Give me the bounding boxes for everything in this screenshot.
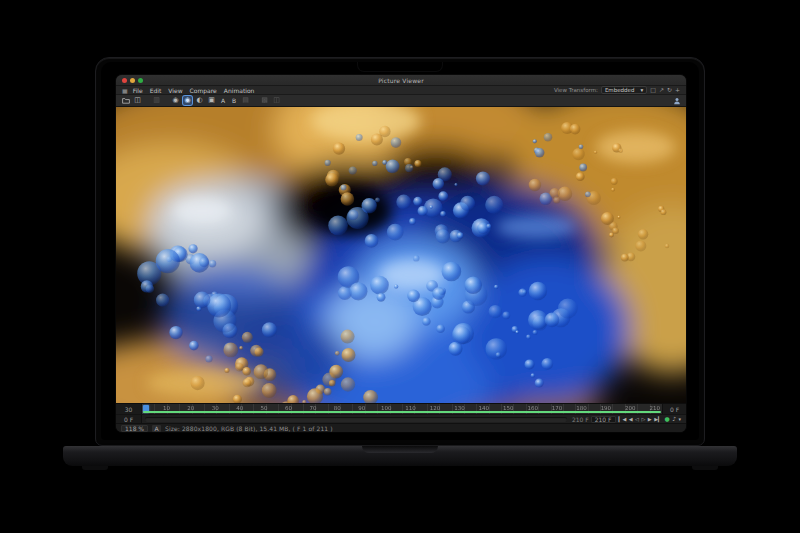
zoom-level-field[interactable]: 118 %	[121, 425, 148, 432]
step-forward-button[interactable]: ▶	[648, 417, 652, 422]
play-button[interactable]: ▷	[641, 417, 645, 422]
timeline-range-row: 0 F 210 F 210 F ▎◀ ◀ ◁ ▷ ▶ ▶▎ ● ♪ ▾	[116, 414, 686, 423]
menu-view[interactable]: View	[168, 87, 182, 94]
navigator-icon[interactable]: ◉	[171, 96, 180, 105]
menu-file[interactable]: File	[133, 87, 143, 94]
timeline-ruler[interactable]: 1020304050607080901001101201301401501601…	[142, 404, 662, 414]
camera-notch	[358, 62, 442, 71]
laptop-foot-left	[82, 466, 108, 470]
open-folder-icon[interactable]	[121, 96, 130, 105]
laptop-foot-right	[692, 466, 718, 470]
timeline-ruler-row: 30 1020304050607080901001101201301401501…	[116, 403, 686, 414]
go-to-end-button[interactable]: ▶▎	[654, 417, 662, 422]
view-transform-label: View Transform:	[554, 87, 598, 93]
compare-mode-icon[interactable]: ◉	[183, 96, 192, 105]
view-transform-value: Embedded	[605, 87, 635, 93]
minimize-button[interactable]	[130, 78, 135, 83]
playback-options-icon[interactable]: ▾	[678, 417, 681, 422]
cache-bar	[143, 411, 661, 413]
layout-grid-icon[interactable]: ▦	[122, 87, 128, 94]
transport-controls: ▎◀ ◀ ◁ ▷ ▶ ▶▎ ● ♪ ▾	[619, 416, 686, 422]
render-art	[116, 107, 686, 403]
menu-compare[interactable]: Compare	[190, 87, 217, 94]
channel-badge: A	[152, 425, 161, 432]
link-icon[interactable]: ▩	[260, 96, 269, 105]
loop-button[interactable]: ●	[664, 416, 669, 422]
save-icon[interactable]: ◫	[133, 96, 142, 105]
stack-icon[interactable]: ◫	[272, 96, 281, 105]
reload-icon[interactable]: ↻	[667, 87, 672, 93]
sound-icon[interactable]: ♪	[672, 416, 676, 422]
histogram-icon[interactable]: ▥	[152, 96, 161, 105]
pop-out-icon[interactable]: ↗	[659, 87, 664, 93]
fps-field[interactable]: 30	[116, 404, 142, 414]
range-slider[interactable]	[145, 417, 567, 422]
status-bar: 118 % A Size: 2880x1800, RGB (8 Bit), 15…	[116, 423, 686, 432]
window-titlebar[interactable]: Picture Viewer	[116, 75, 686, 86]
toolbar: ◫ ▥ ◉ ◉ ◐ ▣ A B ▤ ▩ ◫	[116, 95, 686, 107]
settings-icon[interactable]: +	[675, 87, 680, 93]
laptop-screen: Picture Viewer ▦ File Edit View Compare …	[95, 57, 705, 446]
view-transform-select[interactable]: Embedded ▾	[601, 86, 647, 94]
picture-viewer-window: Picture Viewer ▦ File Edit View Compare …	[116, 75, 686, 432]
range-start-field[interactable]: 0 F	[116, 415, 142, 423]
close-button[interactable]	[122, 78, 127, 83]
go-to-start-button[interactable]: ▎◀	[619, 417, 627, 422]
zoom-button[interactable]	[138, 78, 143, 83]
fullscreen-icon[interactable]: □	[650, 87, 656, 93]
range-end-field[interactable]: 210 F	[591, 416, 616, 423]
range-end-label: 210 F	[570, 416, 591, 423]
menu-animation[interactable]: Animation	[224, 87, 255, 94]
laptop-base	[63, 446, 737, 466]
buffer-a-button[interactable]: A	[219, 97, 227, 104]
mask-icon[interactable]: ▣	[207, 96, 216, 105]
traffic-lights	[122, 78, 143, 83]
wipe-icon[interactable]: ▤	[241, 96, 250, 105]
contrast-icon[interactable]: ◐	[195, 96, 204, 105]
lid-scoop	[362, 446, 438, 453]
menu-bar: ▦ File Edit View Compare Animation View …	[116, 86, 686, 95]
user-icon[interactable]	[672, 96, 681, 105]
render-viewport[interactable]	[116, 107, 686, 403]
chevron-down-icon: ▾	[640, 87, 643, 93]
window-title: Picture Viewer	[116, 77, 686, 84]
image-info-text: Size: 2880x1800, RGB (8 Bit), 15.41 MB, …	[165, 425, 333, 432]
menu-edit[interactable]: Edit	[150, 87, 162, 94]
laptop-display: Picture Viewer ▦ File Edit View Compare …	[101, 62, 699, 440]
current-frame-field[interactable]: 0 F	[662, 404, 686, 414]
play-reverse-button[interactable]: ◁	[635, 417, 639, 422]
step-back-button[interactable]: ◀	[629, 417, 633, 422]
buffer-b-button[interactable]: B	[230, 97, 238, 104]
